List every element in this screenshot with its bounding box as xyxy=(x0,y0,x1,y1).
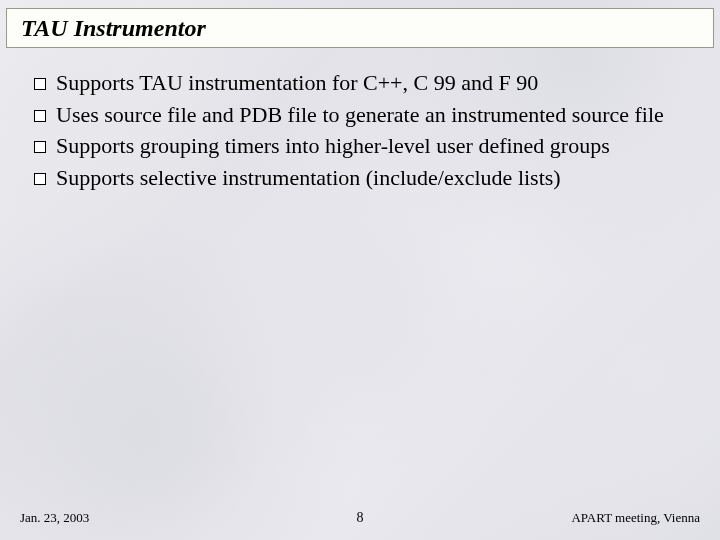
square-bullet-icon xyxy=(34,110,46,122)
slide-title: TAU Instrumentor xyxy=(21,15,206,42)
bullet-text: Supports selective instrumentation (incl… xyxy=(56,163,561,193)
list-item: Supports TAU instrumentation for C++, C … xyxy=(34,68,696,98)
list-item: Supports selective instrumentation (incl… xyxy=(34,163,696,193)
footer-date: Jan. 23, 2003 xyxy=(20,510,89,526)
footer-venue: APART meeting, Vienna xyxy=(571,510,700,526)
content-area: Supports TAU instrumentation for C++, C … xyxy=(34,68,696,195)
bullet-text: Supports TAU instrumentation for C++, C … xyxy=(56,68,538,98)
list-item: Supports grouping timers into higher-lev… xyxy=(34,131,696,161)
title-bar: TAU Instrumentor xyxy=(6,8,714,48)
footer: Jan. 23, 2003 8 APART meeting, Vienna xyxy=(20,510,700,526)
square-bullet-icon xyxy=(34,173,46,185)
square-bullet-icon xyxy=(34,78,46,90)
list-item: Uses source file and PDB file to generat… xyxy=(34,100,696,130)
bullet-text: Uses source file and PDB file to generat… xyxy=(56,100,664,130)
square-bullet-icon xyxy=(34,141,46,153)
bullet-text: Supports grouping timers into higher-lev… xyxy=(56,131,610,161)
